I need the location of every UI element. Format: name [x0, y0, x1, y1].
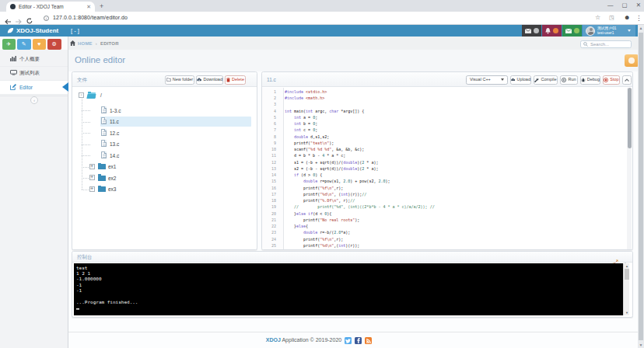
terminal-scrollbar[interactable]: ▲ ▼	[623, 263, 629, 315]
file-icon	[101, 106, 107, 113]
terminal-line: test	[76, 265, 138, 270]
compile-button[interactable]: Compile	[534, 75, 558, 85]
chevron-up-icon	[625, 78, 629, 82]
run-button[interactable]: Run	[560, 75, 578, 85]
tree-node-14c[interactable]: 14.c	[72, 150, 257, 162]
browser-tab[interactable]: Editor - XDOJ Team ✕	[6, 2, 95, 12]
code-line	[285, 102, 628, 108]
edit-button[interactable]: ✎	[17, 39, 31, 50]
user-name: 测试用户01	[597, 26, 617, 30]
terminal-scroll-up-icon[interactable]: ▲	[624, 264, 630, 268]
console-panel: 控制台 test1 2 1-1.000000-1-1 ...Program fi…	[72, 251, 633, 318]
tree-node-ex2[interactable]: +ex2	[72, 172, 257, 184]
favorite-button[interactable]: ♥	[33, 39, 47, 50]
collapse-node-icon[interactable]: -	[79, 92, 84, 98]
page-scrollbar-thumb[interactable]	[639, 33, 643, 340]
line-numbers: 1234567891011121314151617181920212223242…	[262, 88, 284, 249]
file-icon	[101, 129, 107, 136]
home-icon	[70, 40, 75, 46]
site-info-icon[interactable]: i	[44, 16, 49, 21]
expand-node-icon[interactable]: +	[89, 164, 95, 169]
sidebar-toggle[interactable]: [ - ]	[71, 25, 79, 37]
browser-menu-icon[interactable]: ⋮	[635, 12, 642, 24]
settings-float-button[interactable]	[625, 54, 638, 67]
sidebar-item-profile[interactable]: 个人概要	[0, 53, 68, 67]
messages-badge	[534, 28, 539, 33]
new-tab-button[interactable]: +	[100, 2, 103, 10]
tab-title: Editor - XDOJ Team	[19, 4, 85, 9]
notifications-menu[interactable]	[542, 25, 562, 37]
code-line: }else{	[285, 223, 628, 229]
debug-button[interactable]: Debug	[580, 75, 600, 85]
page-scrollbar[interactable]: ▲ ▼	[638, 25, 644, 348]
tree-node-[interactable]: -/	[72, 89, 257, 101]
editor-scrollbar-thumb[interactable]	[628, 88, 632, 148]
tasks-menu[interactable]	[562, 25, 582, 37]
tree-node-ex1[interactable]: +ex1	[72, 161, 257, 172]
footer-text: XDOJ Application © 2019-2020	[266, 337, 341, 343]
tree-node-ex3[interactable]: +ex3	[72, 183, 257, 195]
console-panel-title: 控制台	[77, 252, 93, 263]
window-maximize-button[interactable]: ▢	[622, 0, 628, 10]
upload-label: Upload	[517, 78, 530, 82]
messages-menu[interactable]	[522, 25, 541, 37]
code-panel-title: 11.c	[267, 72, 276, 87]
extension-icon[interactable]: ◳	[609, 12, 614, 24]
delete-button[interactable]: Delete	[225, 75, 246, 85]
url-text[interactable]: 127.0.0.1:8080/team/editor.do	[53, 12, 128, 24]
scroll-up-icon[interactable]: ▲	[638, 26, 644, 30]
user-menu[interactable]: 测试用户01test-user1	[583, 25, 635, 37]
tab-close-icon[interactable]: ✕	[86, 4, 91, 9]
search-icon	[583, 42, 588, 47]
sidebar-item-editor[interactable]: Editor	[0, 81, 68, 95]
twitter-icon[interactable]	[345, 337, 352, 344]
brand[interactable]: XDOJ-Student	[7, 25, 58, 37]
language-select[interactable]: Visual C++	[466, 75, 508, 85]
tree-node-12c[interactable]: 12.c	[72, 127, 257, 139]
browser-tabstrip: Editor - XDOJ Team ✕ + — ▢ ✕	[0, 0, 644, 12]
code-content: #include <stdio.h>#include <math.h> int …	[285, 89, 628, 249]
facebook-icon[interactable]	[355, 337, 362, 344]
search-placeholder: Search...	[590, 42, 609, 47]
console-terminal[interactable]: test1 2 1-1.000000-1-1 ...Program finish…	[74, 263, 625, 315]
page-title: Online editor	[75, 55, 125, 64]
sidebar-item-tests[interactable]: 测试列表	[0, 67, 68, 81]
code-line: printf("test\n");	[285, 140, 628, 146]
stop-button[interactable]: Stop	[603, 75, 620, 85]
code-editor[interactable]: 1234567891011121314151617181920212223242…	[262, 88, 632, 249]
window-minimize-button[interactable]: —	[607, 0, 614, 10]
terminal-scrollbar-thumb[interactable]	[625, 269, 629, 280]
bookmark-star-icon[interactable]: ☆	[595, 12, 600, 24]
send-button[interactable]: ✈	[2, 39, 16, 50]
new-folder-button[interactable]: New folder	[165, 75, 194, 85]
code-panel: 11.c Visual C++ Upload Compile Run	[261, 71, 633, 250]
select-caret-icon	[501, 78, 504, 81]
sidebar-collapse-toggle[interactable]: ‹	[30, 96, 38, 104]
tree-node-13c[interactable]: 13.c	[72, 138, 257, 150]
code-line: scanf("%d %d %d", &a, &b, &c);	[285, 146, 628, 152]
tree-node-label: 1-3.c	[110, 108, 121, 113]
tree-node-label: ex1	[108, 164, 116, 169]
scroll-down-icon[interactable]: ▼	[638, 343, 644, 347]
tree-node-13c[interactable]: 1-3.c	[72, 105, 257, 117]
download-button[interactable]: Download	[196, 75, 223, 85]
settings-button[interactable]: ⚙	[47, 39, 61, 50]
breadcrumb-home[interactable]: HOME	[78, 41, 93, 46]
expand-node-icon[interactable]: +	[89, 186, 95, 192]
window-close-button[interactable]: ✕	[636, 0, 641, 10]
expand-node-icon[interactable]: +	[89, 175, 95, 180]
collapse-code-panel-button[interactable]	[622, 75, 632, 85]
code-line: #include <math.h>	[285, 95, 628, 101]
rss-icon[interactable]	[365, 337, 372, 344]
cloud-download-icon	[197, 78, 202, 82]
folder-plus-icon	[166, 78, 171, 82]
search-input[interactable]: Search...	[580, 40, 632, 49]
profile-icon[interactable]: ☻	[624, 12, 630, 24]
editor-scrollbar[interactable]	[627, 88, 632, 249]
tree-node-11c[interactable]: 11.c	[72, 116, 257, 127]
file-icon	[101, 117, 107, 124]
terminal-scroll-down-icon[interactable]: ▼	[624, 311, 630, 315]
upload-button[interactable]: Upload	[510, 75, 531, 85]
console-panel-header: 控制台	[72, 252, 632, 263]
bug-icon	[581, 78, 586, 82]
